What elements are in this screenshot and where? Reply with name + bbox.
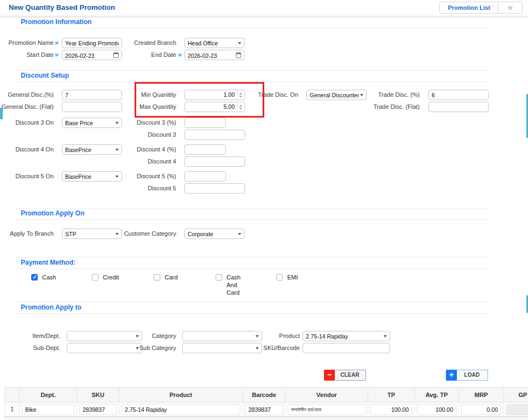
cell-avg-tp[interactable]: 100.00 [417, 404, 456, 415]
cell-dept[interactable]: Bike [22, 404, 74, 415]
results-grid: Dept. SKU Product Barcode Vendor TP Avg.… [4, 387, 528, 417]
spinner-icon[interactable] [237, 91, 243, 98]
section-rule [15, 28, 490, 28]
chevron-down-icon [238, 42, 241, 44]
section-rule [15, 70, 490, 71]
left-accent-bar [0, 108, 3, 119]
section-title-discount-setup: Discount Setup [21, 71, 69, 80]
sub-category-select[interactable] [182, 343, 262, 353]
category-select[interactable] [182, 331, 262, 341]
discount4-on-label: Discount 4 On [0, 144, 54, 155]
promotion-list-button[interactable]: Promotion List [440, 2, 498, 13]
section-rule [15, 81, 490, 82]
max-quantity-input[interactable]: 5.00 [184, 102, 245, 112]
discount5-on-label: Discount 5 On [0, 171, 54, 182]
favorite-button[interactable]: ★ [498, 2, 522, 13]
sub-category-label: Sub Category [131, 343, 176, 353]
discount4-pct-label: Discount 4 (%) [109, 144, 176, 155]
trade-disc-pct-input[interactable] [428, 90, 489, 100]
clear-button[interactable]: − CLEAR [324, 370, 366, 381]
end-date-input[interactable]: 2026-02-23 [184, 50, 245, 60]
discount5-on-value: BasePrice [65, 173, 91, 180]
payment-emi-checkbox[interactable]: EMI [276, 273, 298, 281]
cell-tp[interactable]: 100.00 [370, 404, 412, 415]
column-header-rownum [5, 388, 20, 402]
section-rule [15, 302, 490, 302]
section-title-promotion-apply-to: Promotion Apply to [21, 303, 82, 312]
discount3-pct-label: Discount 3 (%) [109, 118, 176, 128]
section-rule [15, 208, 490, 208]
discount4-pct-input[interactable] [184, 144, 226, 155]
column-header-mrp: MRP [459, 388, 504, 402]
row-number: 1 [5, 402, 20, 417]
column-header-sku: SKU [77, 388, 119, 402]
discount5-pct-input[interactable] [184, 171, 226, 182]
column-header-tp: TP [368, 388, 415, 402]
discount5-label: Discount 5 [109, 183, 176, 194]
sku-barcode-input[interactable] [303, 343, 390, 353]
sku-barcode-label: SKU/Barcode [262, 343, 300, 353]
page-header: New Quantity Based Promotion Promotion L… [0, 0, 528, 16]
discount3-on-value: Base Price [65, 120, 93, 126]
category-label: Category [138, 331, 176, 341]
plus-icon: + [446, 370, 457, 381]
column-header-gp: GP [504, 388, 528, 402]
spinner-icon[interactable] [237, 103, 243, 110]
discount4-on-value: BasePrice [65, 147, 91, 153]
promotion-name-label: Promotion Name [0, 38, 54, 48]
customer-category-select[interactable]: Corporate [184, 229, 245, 239]
item-dept-select[interactable] [67, 331, 142, 341]
apply-to-branch-value: STP [65, 231, 76, 237]
trade-disc-on-label: Trade Disc. On [256, 90, 298, 100]
payment-card-checkbox[interactable]: Card [154, 273, 178, 281]
discount3-pct-input[interactable] [184, 118, 226, 128]
discount5-input[interactable] [184, 183, 245, 194]
minus-icon: − [324, 370, 335, 381]
column-header-vendor: Vendor [286, 388, 368, 402]
min-quantity-value: 1.00 [224, 90, 235, 100]
sub-dept-label: Sub-Dept. [16, 343, 60, 353]
section-rule [15, 269, 490, 269]
section-title-promotion-information: Promotion Information [21, 18, 91, 27]
section-rule [15, 313, 490, 314]
trade-disc-flat-input[interactable] [428, 102, 489, 112]
column-header-avg-tp: Avg. TP [415, 388, 459, 402]
payment-emi-label: EMI [287, 273, 298, 281]
required-icon [55, 38, 59, 48]
product-select[interactable]: 2.75-14 Rapiday [303, 331, 390, 341]
payment-cash-checkbox[interactable]: Cash [31, 273, 56, 281]
cell-vendor[interactable]: সালাউদ্দীন হার্ডওয়ার [288, 404, 365, 415]
required-icon [55, 50, 59, 60]
min-quantity-input[interactable]: 1.00 [184, 90, 245, 100]
payment-credit-checkbox[interactable]: Credit [92, 273, 119, 281]
discount4-label: Discount 4 [109, 156, 176, 167]
cell-barcode[interactable]: 2839837 [245, 404, 283, 415]
payment-card-label: Card [165, 273, 178, 281]
discount3-label: Discount 3 [109, 130, 176, 140]
section-title-promotion-apply-on: Promotion Apply On [21, 209, 84, 218]
cell-product[interactable]: 2.75-14 Rapiday [121, 404, 240, 415]
payment-credit-label: Credit [103, 273, 119, 281]
checkbox-icon [276, 274, 283, 281]
checkbox-icon [154, 274, 160, 281]
customer-category-label: Customer Category [109, 229, 176, 239]
calendar-icon[interactable] [236, 52, 241, 58]
chevron-down-icon [256, 347, 259, 349]
product-value: 2.75-14 Rapiday [306, 333, 348, 340]
created-branch-select[interactable]: Head Office [184, 38, 245, 48]
trade-disc-on-select[interactable]: General Discounted P [306, 90, 367, 100]
discount3-input[interactable] [184, 130, 245, 140]
discount4-input[interactable] [184, 156, 245, 167]
next-row-strip [4, 417, 528, 420]
created-branch-value: Head Office [188, 40, 218, 46]
cell-gp[interactable] [506, 404, 528, 415]
promotion-form-page: New Quantity Based Promotion Promotion L… [0, 0, 528, 420]
start-date-label: Start Date [0, 50, 54, 60]
payment-cash-and-card-checkbox[interactable]: Cash And Card [216, 273, 248, 296]
clear-button-label: CLEAR [334, 370, 366, 381]
cell-sku[interactable]: 2839837 [79, 404, 117, 415]
trade-disc-on-value: General Discounted P [310, 92, 359, 98]
cell-mrp[interactable]: 0.00 [461, 404, 501, 415]
load-button[interactable]: + LOAD [446, 370, 488, 381]
trade-disc-flat-label: Trade Disc. (Flat) [371, 102, 420, 112]
